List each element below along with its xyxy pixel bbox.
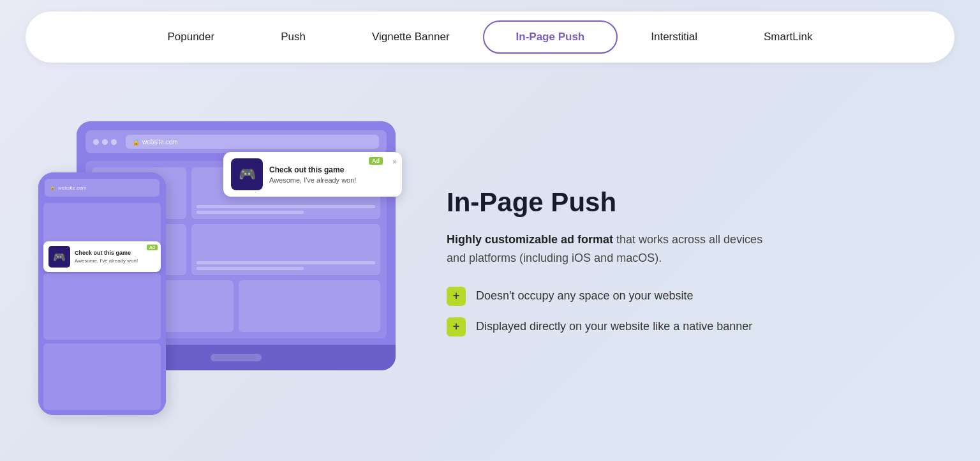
phone-url-text: website.com bbox=[58, 185, 86, 191]
section-description: Highly customizable ad format that works… bbox=[447, 230, 766, 268]
ad-text-laptop: Check out this game Awesome, I've alread… bbox=[269, 165, 394, 184]
phone-content bbox=[43, 203, 161, 410]
ad-notification-phone: Ad 🎮 Check out this game Awesome, I've a… bbox=[43, 241, 161, 272]
ad-title-laptop: Check out this game bbox=[269, 165, 394, 174]
ad-image-phone: 🎮 bbox=[48, 246, 70, 268]
feature-item-1: + Doesn't occupy any space on your websi… bbox=[447, 287, 766, 306]
feature-list: + Doesn't occupy any space on your websi… bbox=[447, 287, 766, 336]
ad-image-laptop: 🎮 bbox=[231, 158, 263, 190]
content-block-6 bbox=[239, 280, 380, 332]
phone-lock-icon: 🔒 bbox=[50, 185, 56, 190]
nav-item-interstitial[interactable]: Interstitial bbox=[618, 20, 731, 54]
phone-mockup: 🔒 website.com Ad 🎮 Check out this game A… bbox=[38, 172, 166, 415]
right-content: In-Page Push Highly customizable ad form… bbox=[447, 187, 766, 336]
ad-text-phone: Check out this game Awesome, I've alread… bbox=[75, 250, 156, 264]
gamepad-icon-phone: 🎮 bbox=[53, 251, 66, 263]
gamepad-icon: 🎮 bbox=[239, 166, 256, 183]
ad-badge-laptop: Ad bbox=[369, 157, 383, 165]
ad-subtitle-phone: Awesome, I've already won! bbox=[75, 258, 156, 264]
content-block-4 bbox=[191, 224, 380, 276]
ad-badge-phone: Ad bbox=[147, 245, 158, 250]
feature-plus-icon-2: + bbox=[447, 317, 466, 336]
feature-plus-icon-1: + bbox=[447, 287, 466, 306]
main-content: 🔒 website.com bbox=[0, 63, 980, 461]
text-line-2 bbox=[197, 211, 304, 214]
ad-notification-laptop: Ad × 🎮 Check out this game Awesome, I've… bbox=[223, 152, 402, 197]
text-line-3 bbox=[197, 261, 375, 264]
nav-item-vignette-banner[interactable]: Vignette Banner bbox=[339, 20, 483, 54]
laptop-browser-bar: 🔒 website.com bbox=[85, 130, 387, 153]
feature-text-2: Displayed directly on your website like … bbox=[476, 320, 752, 333]
phone-browser-bar: 🔒 website.com bbox=[45, 179, 160, 197]
phone-block-3 bbox=[43, 344, 161, 410]
dot-2 bbox=[102, 139, 108, 145]
navigation-bar: Popunder Push Vignette Banner In-Page Pu… bbox=[26, 11, 954, 63]
nav-item-in-page-push[interactable]: In-Page Push bbox=[483, 20, 618, 54]
nav-items: Popunder Push Vignette Banner In-Page Pu… bbox=[38, 20, 942, 54]
nav-item-popunder[interactable]: Popunder bbox=[134, 20, 248, 54]
text-line-1 bbox=[197, 205, 375, 208]
feature-item-2: + Displayed directly on your website lik… bbox=[447, 317, 766, 336]
laptop-dots bbox=[93, 139, 117, 145]
text-lines-1 bbox=[197, 205, 375, 214]
phone-screen: 🔒 website.com bbox=[38, 172, 166, 415]
section-title: In-Page Push bbox=[447, 187, 766, 218]
illustration-area: 🔒 website.com bbox=[38, 109, 408, 415]
nav-item-smartlink[interactable]: SmartLink bbox=[731, 20, 846, 54]
lock-icon: 🔒 bbox=[132, 139, 140, 146]
text-lines-2 bbox=[197, 261, 375, 270]
description-bold: Highly customizable ad format bbox=[447, 233, 613, 246]
laptop-notch bbox=[211, 354, 262, 361]
laptop-url-text: website.com bbox=[142, 139, 178, 146]
dot-3 bbox=[111, 139, 117, 145]
dot-1 bbox=[93, 139, 99, 145]
ad-close-laptop[interactable]: × bbox=[392, 157, 397, 167]
phone-block-2 bbox=[43, 273, 161, 340]
feature-text-1: Doesn't occupy any space on your website bbox=[476, 289, 694, 303]
nav-item-push[interactable]: Push bbox=[248, 20, 339, 54]
ad-title-phone: Check out this game bbox=[75, 250, 156, 256]
laptop-url-bar: 🔒 website.com bbox=[126, 135, 379, 149]
text-line-4 bbox=[197, 267, 304, 270]
ad-subtitle-laptop: Awesome, I've already won! bbox=[269, 176, 394, 184]
